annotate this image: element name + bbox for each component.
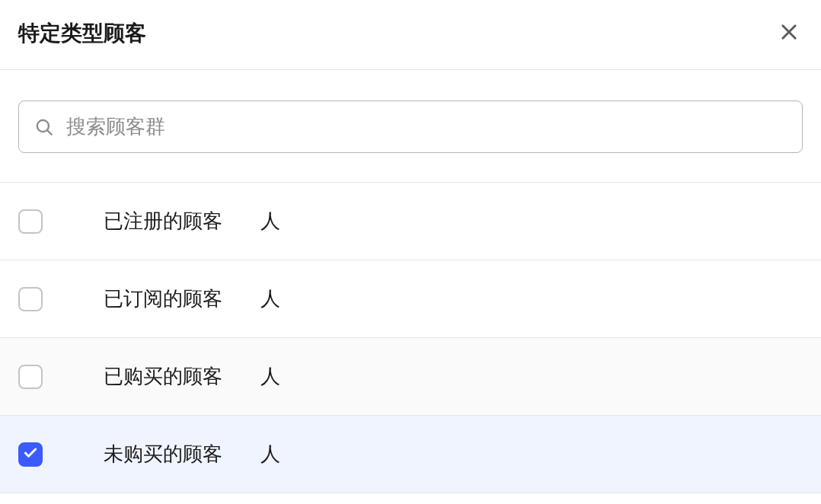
- list-item-unit: 人: [260, 441, 280, 467]
- list-item[interactable]: 已订阅的顾客 人: [0, 260, 821, 338]
- list-item[interactable]: 未购买的顾客 人: [0, 416, 821, 493]
- check-icon: [23, 445, 38, 464]
- modal-title: 特定类型顾客: [18, 19, 146, 48]
- list-item-text: 未购买的顾客 人: [104, 441, 280, 467]
- list-item[interactable]: 已购买的顾客 人: [0, 338, 821, 416]
- list-item-text: 已订阅的顾客 人: [104, 285, 280, 312]
- customer-group-list: 已注册的顾客 人 已订阅的顾客 人 已购买的顾客 人: [0, 183, 821, 493]
- list-item-text: 已购买的顾客 人: [104, 363, 280, 390]
- search-input[interactable]: [66, 115, 787, 139]
- list-item-unit: 人: [260, 208, 280, 234]
- close-button[interactable]: [775, 18, 803, 48]
- customer-type-modal: 特定类型顾客 已注册的顾客: [0, 0, 821, 493]
- search-icon: [34, 117, 54, 137]
- list-item-label: 未购买的顾客: [104, 441, 222, 467]
- search-box[interactable]: [18, 100, 803, 153]
- close-icon: [778, 21, 800, 45]
- list-item-unit: 人: [260, 285, 280, 312]
- list-item-label: 已订阅的顾客: [104, 285, 222, 312]
- checkbox-purchased[interactable]: [18, 365, 43, 389]
- checkbox-registered[interactable]: [18, 209, 43, 234]
- list-item-label: 已注册的顾客: [104, 208, 222, 234]
- checkbox-subscribed[interactable]: [18, 287, 43, 311]
- svg-line-3: [47, 130, 51, 134]
- search-section: [0, 70, 821, 183]
- list-item[interactable]: 已注册的顾客 人: [0, 183, 821, 260]
- list-item-unit: 人: [260, 363, 280, 390]
- modal-header: 特定类型顾客: [0, 0, 821, 70]
- list-item-label: 已购买的顾客: [104, 363, 222, 390]
- checkbox-not-purchased[interactable]: [18, 442, 43, 467]
- list-item-text: 已注册的顾客 人: [104, 208, 280, 234]
